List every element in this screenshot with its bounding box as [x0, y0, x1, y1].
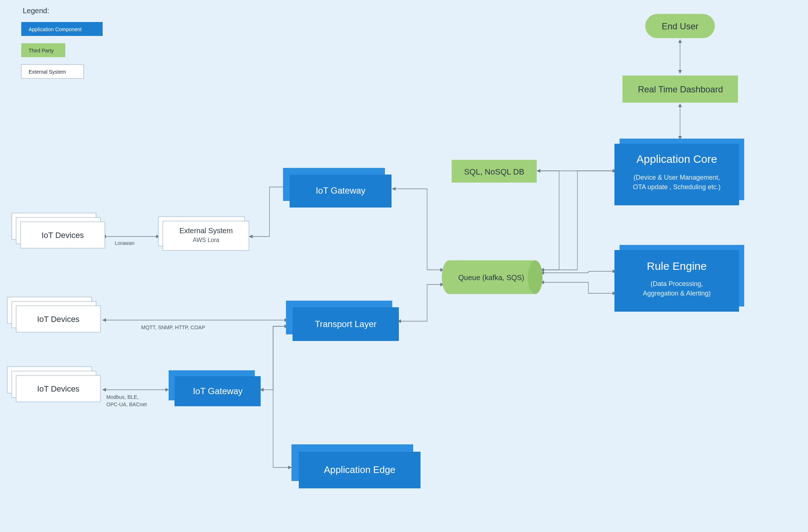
node-title: End User: [662, 21, 698, 31]
node-iot-devices-3: IoT Devices: [7, 367, 100, 402]
node-title: Application Core: [636, 153, 717, 165]
node-external-system: External System AWS Lora: [158, 217, 249, 250]
edge-label-mqtt: MQTT, SNMP, HTTP, COAP: [141, 324, 205, 330]
node-application-edge: Application Edge: [291, 444, 420, 488]
node-iot-gateway-1: IoT Gateway: [283, 168, 392, 208]
node-subtitle-1: (Data Processing,: [650, 280, 703, 287]
node-title: Transport Layer: [315, 319, 377, 329]
svg-point-24: [528, 260, 543, 294]
node-subtitle-2: OTA update , Scheduling etc.): [633, 183, 721, 191]
legend-item-app-component: Application Component: [21, 22, 103, 36]
node-iot-devices-2: IoT Devices: [7, 297, 100, 332]
legend-title: Legend:: [23, 7, 49, 15]
node-title: Real Time Dashboard: [638, 84, 723, 94]
node-title: SQL, NoSQL DB: [464, 167, 524, 176]
node-title: Application Edge: [324, 464, 395, 475]
architecture-diagram: Legend: Application Component Third Part…: [0, 0, 808, 532]
legend-label: Third Party: [29, 48, 54, 54]
svg-rect-13: [163, 221, 249, 250]
node-title: IoT Devices: [37, 315, 80, 324]
node-iot-devices-1: IoT Devices: [12, 213, 105, 248]
node-title: IoT Gateway: [316, 186, 366, 195]
svg-point-23: [442, 260, 456, 294]
node-end-user: End User: [645, 14, 715, 38]
legend-item-external-system: External System: [21, 65, 84, 78]
edge-label-modbus-l2: OPC-UA, BACnet: [106, 401, 147, 407]
node-subtitle-2: Aggregation & Alerting): [643, 290, 710, 297]
node-subtitle-1: (Device & User Management,: [633, 174, 720, 181]
legend-label: Application Component: [29, 26, 82, 32]
edge-label-modbus-l1: Modbus, BLE,: [106, 394, 139, 400]
node-iot-gateway-2: IoT Gateway: [169, 370, 261, 406]
node-title: IoT Devices: [37, 384, 80, 393]
node-application-core: Application Core (Device & User Manageme…: [614, 139, 744, 205]
node-title: IoT Gateway: [193, 386, 243, 396]
node-title: IoT Devices: [41, 231, 84, 240]
node-subtitle: AWS Lora: [193, 237, 219, 243]
node-rule-engine: Rule Engine (Data Processing, Aggregatio…: [614, 245, 744, 312]
node-title: External System: [179, 227, 233, 235]
node-transport-layer: Transport Layer: [286, 301, 399, 341]
node-title: Rule Engine: [647, 260, 706, 272]
node-sql-db: SQL, NoSQL DB: [452, 160, 537, 183]
edge-label-lorawan: Lorawan: [115, 240, 135, 246]
legend-label: External System: [29, 69, 66, 75]
node-queue: Queue (kafka, SQS): [442, 260, 543, 294]
node-title: Queue (kafka, SQS): [458, 274, 524, 282]
node-dashboard: Real Time Dashboard: [622, 76, 738, 103]
legend-item-third-party: Third Party: [21, 43, 65, 57]
